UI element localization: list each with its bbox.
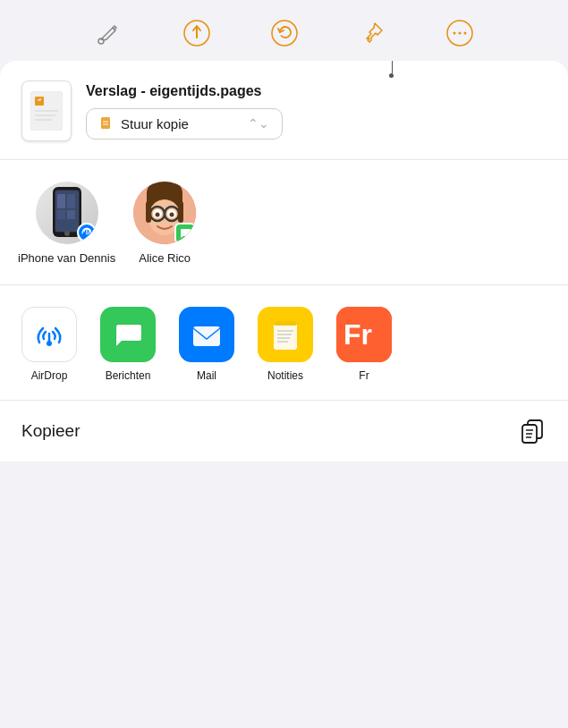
svg-rect-38 xyxy=(178,201,183,223)
file-icon xyxy=(21,80,72,141)
iphone-avatar xyxy=(36,182,98,244)
person-iphone-dennis[interactable]: iPhone van Dennis xyxy=(18,182,115,267)
svg-rect-20 xyxy=(67,194,75,208)
person-alice-rico[interactable]: Alice Rico xyxy=(133,182,196,267)
format-selector[interactable]: Stuur kopie ⌃⌄ xyxy=(86,108,283,140)
file-info: Verslag - eigentijds.pages Stuur kopie ⌃… xyxy=(86,83,547,140)
svg-point-39 xyxy=(47,341,52,346)
svg-text:Fr: Fr xyxy=(343,318,372,351)
app-name-notities: Notities xyxy=(267,369,303,382)
alice-avatar xyxy=(133,182,196,244)
airdrop-badge xyxy=(77,223,97,242)
svg-rect-13 xyxy=(101,117,110,129)
message-badge xyxy=(174,223,196,244)
app-name-airdrop: AirDrop xyxy=(31,369,68,382)
app-name-fr: Fr xyxy=(359,369,369,382)
edit-icon[interactable] xyxy=(92,16,126,50)
app-name-mail: Mail xyxy=(197,369,216,382)
fr-icon: Fr xyxy=(336,307,392,362)
svg-point-6 xyxy=(463,32,466,35)
copy-section[interactable]: Kopieer xyxy=(0,401,568,461)
app-fr[interactable]: Fr Fr xyxy=(327,307,401,382)
format-arrows: ⌃⌄ xyxy=(248,116,269,131)
format-label: Stuur kopie xyxy=(121,116,241,131)
callout-dot xyxy=(389,73,394,78)
svg-point-36 xyxy=(170,213,174,217)
svg-rect-9 xyxy=(35,97,44,106)
app-name-berichten: Berichten xyxy=(106,369,151,382)
svg-rect-40 xyxy=(193,326,220,346)
airdrop-icon xyxy=(21,307,77,362)
svg-point-5 xyxy=(458,32,461,35)
svg-rect-19 xyxy=(57,194,65,208)
person-name-dennis: iPhone van Dennis xyxy=(18,251,115,267)
mail-icon xyxy=(179,307,234,362)
pin-icon[interactable] xyxy=(355,16,389,50)
copy-label: Kopieer xyxy=(21,421,518,441)
svg-point-4 xyxy=(453,32,455,35)
toolbar xyxy=(0,0,568,61)
svg-point-35 xyxy=(156,213,160,217)
svg-rect-22 xyxy=(67,210,75,219)
svg-point-2 xyxy=(272,21,297,46)
share-sheet: Verslag - eigentijds.pages Stuur kopie ⌃… xyxy=(0,61,568,461)
file-title: Verslag - eigentijds.pages xyxy=(86,83,547,99)
format-doc-icon xyxy=(99,116,114,131)
apps-section: AirDrop Berichten Mail xyxy=(0,285,568,401)
svg-point-23 xyxy=(64,231,70,236)
more-icon[interactable] xyxy=(443,16,477,50)
app-mail[interactable]: Mail xyxy=(170,307,243,382)
svg-rect-42 xyxy=(274,321,297,326)
app-airdrop[interactable]: AirDrop xyxy=(13,307,86,382)
notities-icon xyxy=(258,307,313,362)
svg-rect-37 xyxy=(146,201,151,223)
svg-rect-21 xyxy=(57,210,65,219)
copy-icon xyxy=(518,417,547,445)
file-section: Verslag - eigentijds.pages Stuur kopie ⌃… xyxy=(0,61,568,160)
app-berichten[interactable]: Berichten xyxy=(91,307,165,382)
berichten-icon xyxy=(100,307,156,362)
app-notities[interactable]: Notities xyxy=(249,307,322,382)
undo-icon[interactable] xyxy=(267,16,301,50)
share-icon[interactable] xyxy=(180,16,214,50)
people-section: iPhone van Dennis xyxy=(0,160,568,285)
person-name-alice: Alice Rico xyxy=(139,251,191,267)
